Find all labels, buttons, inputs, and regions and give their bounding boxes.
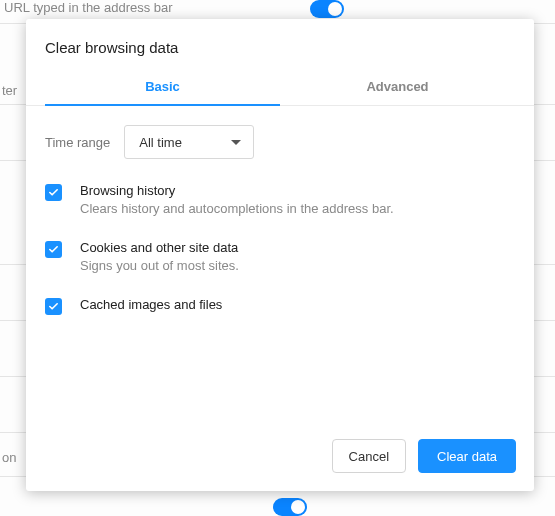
modal-title: Clear browsing data (26, 19, 534, 70)
bg-text-side1: ter (2, 83, 17, 98)
option-desc: Signs you out of most sites. (80, 258, 239, 273)
option-desc: Clears history and autocompletions in th… (80, 201, 394, 216)
time-range-select[interactable]: All time (124, 125, 254, 159)
tabs: Basic Advanced (26, 70, 534, 106)
checkbox-cookies[interactable] (45, 241, 62, 258)
bg-text-url: URL typed in the address bar (4, 0, 173, 15)
option-text: Cached images and files (80, 297, 222, 312)
check-icon (48, 301, 59, 312)
bg-text-side2: on (2, 450, 16, 465)
option-title: Browsing history (80, 183, 394, 198)
checkbox-browsing-history[interactable] (45, 184, 62, 201)
check-icon (48, 187, 59, 198)
bg-toggle[interactable] (310, 0, 344, 18)
clear-data-button[interactable]: Clear data (418, 439, 516, 473)
tab-basic[interactable]: Basic (45, 70, 280, 106)
chevron-down-icon (231, 140, 241, 145)
clear-browsing-data-modal: Clear browsing data Basic Advanced Time … (26, 19, 534, 491)
time-range-row: Time range All time (45, 125, 515, 159)
option-title: Cookies and other site data (80, 240, 239, 255)
option-cached: Cached images and files (45, 297, 515, 315)
time-range-value: All time (139, 135, 182, 150)
option-title: Cached images and files (80, 297, 222, 312)
option-text: Cookies and other site data Signs you ou… (80, 240, 239, 273)
bg-toggle[interactable] (273, 498, 307, 516)
option-text: Browsing history Clears history and auto… (80, 183, 394, 216)
time-range-label: Time range (45, 135, 110, 150)
option-browsing-history: Browsing history Clears history and auto… (45, 183, 515, 216)
check-icon (48, 244, 59, 255)
modal-footer: Cancel Clear data (26, 423, 534, 491)
modal-body: Time range All time Browsing history Cle… (26, 106, 534, 423)
option-cookies: Cookies and other site data Signs you ou… (45, 240, 515, 273)
checkbox-cached[interactable] (45, 298, 62, 315)
cancel-button[interactable]: Cancel (332, 439, 406, 473)
tab-advanced[interactable]: Advanced (280, 70, 515, 106)
